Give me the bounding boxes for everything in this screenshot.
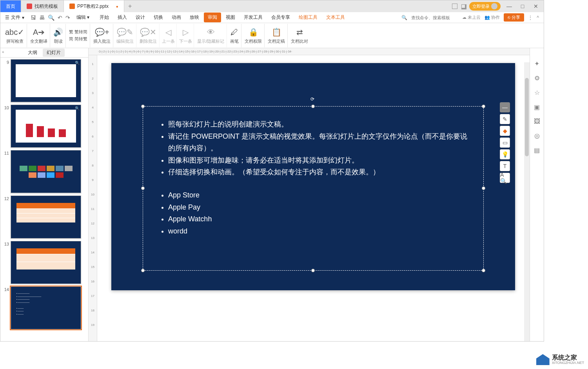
mtab-review[interactable]: 审阅 (204, 13, 221, 22)
redo-icon[interactable]: ↷ (65, 14, 70, 21)
selected-textbox[interactable]: ⟳ 照每张幻灯片上的说明创建演示文稿。 (143, 106, 484, 271)
mtab-draw-tools[interactable]: 绘图工具 (295, 13, 321, 22)
mtab-dev[interactable]: 开发工具 (240, 13, 267, 22)
collapse-ribbon-icon[interactable]: ^ (537, 15, 539, 20)
print-icon[interactable]: 🖶 (39, 14, 45, 21)
current-slide[interactable]: ⟳ 照每张幻灯片上的说明创建演示文稿。 (111, 63, 515, 290)
thumbnail-14[interactable]: • ——————• ————————————• ——————• ——————• … (11, 286, 81, 329)
collapse-pane-button[interactable]: « (2, 50, 4, 54)
mtab-design[interactable]: 设计 (132, 13, 149, 22)
thumbnail-11[interactable] (11, 150, 81, 193)
resize-handle[interactable] (482, 105, 485, 108)
more-icon[interactable]: ⋮ (528, 15, 533, 20)
rgrp-delete-comment[interactable]: 💬✕删除批注 (137, 24, 160, 47)
mtab-insert[interactable]: 插入 (114, 13, 131, 22)
rgrp-showhide[interactable]: 👁显示/隐藏标记 (195, 24, 227, 47)
edit-menu[interactable]: 编辑 ▾ (73, 14, 93, 21)
resize-handle[interactable] (482, 269, 485, 272)
horizontal-ruler: ·3·|·2·|·1·|·0·|·1·|·2·|·3·|·4·|·5·|·6·|… (89, 48, 530, 55)
slide-stage[interactable]: ⟳ 照每张幻灯片上的说明创建演示文稿。 (97, 55, 530, 341)
brush-icon: 🖊 (230, 27, 238, 38)
vertical-scrollbar[interactable] (524, 62, 530, 341)
mtab-text-tools[interactable]: 文本工具 (322, 13, 349, 22)
save-icon[interactable]: 🖫 (31, 14, 36, 21)
ft-search[interactable]: A🔍 (500, 173, 510, 183)
outline-tabs: 大纲 幻灯片 (0, 48, 88, 58)
speaker-icon: 🔊 (53, 27, 63, 38)
resize-handle[interactable] (141, 186, 145, 190)
bullet-item: 仔细选择切换和动画。（希望受众如何专注于内容，而不是效果。） (168, 166, 468, 178)
comment-edit-icon: 💬✎ (117, 27, 133, 38)
document-tabbar: 首页 找稻壳模板 PPT教程2.pptx ● + 立即登录 — □ ✕ (0, 0, 544, 12)
ft-collapse[interactable]: — (500, 102, 510, 112)
resize-handle[interactable] (141, 105, 145, 108)
thumbnail-list[interactable]: 9 🔍 10 🔍 11 12 13 14 • ——————• —————————… (0, 58, 88, 341)
rgrp-prev[interactable]: ◁上一条 (160, 24, 177, 47)
ft-idea[interactable]: 💡 (500, 149, 510, 159)
scroll-thumb[interactable] (525, 78, 529, 156)
rgrp-doc-perm[interactable]: 🔒文档权限 (242, 24, 265, 47)
thumbnail-12[interactable] (11, 195, 81, 239)
thumbnail-13[interactable] (11, 241, 81, 284)
tab-template[interactable]: 找稻壳模板 (21, 0, 64, 12)
resize-handle[interactable] (482, 186, 485, 190)
rgrp-next[interactable]: ▷下一条 (178, 24, 194, 47)
textbox-content[interactable]: 照每张幻灯片上的说明创建演示文稿。 请记住 POWERPOINT 是演示文稿的视… (143, 107, 483, 249)
rgrp-read[interactable]: 🔊朗读 (51, 24, 66, 47)
rgrp-doc-compare[interactable]: ⇄文档比对 (289, 24, 310, 47)
rgrp-doc-finalize[interactable]: 📋文档定稿 (265, 24, 288, 47)
tab-outline[interactable]: 大纲 (24, 49, 41, 57)
mtab-animation[interactable]: 动画 (168, 13, 185, 22)
tab-slides[interactable]: 幻灯片 (43, 49, 65, 57)
undo-icon[interactable]: ↶ (58, 14, 62, 21)
rotate-handle[interactable]: ⟳ (310, 96, 316, 102)
rs-diamond-icon[interactable]: ✦ (534, 60, 539, 67)
ppt-icon (69, 4, 75, 9)
rgrp-translate[interactable]: A➔全文翻译 (28, 24, 50, 47)
mtab-start[interactable]: 开始 (96, 13, 113, 22)
ft-fill[interactable]: ◆ (500, 126, 510, 136)
cloud-status[interactable]: ☁ 未上云 (462, 14, 481, 20)
new-tab-button[interactable]: + (124, 3, 136, 10)
ft-layout[interactable]: ▭ (500, 137, 510, 148)
file-menu[interactable]: ☰ 文件 ▾ (2, 14, 27, 21)
thumbnail-9[interactable]: 🔍 (11, 59, 81, 102)
rgrp-fanjian[interactable]: 繁 繁转简 简 简转繁 (67, 24, 90, 47)
resize-handle[interactable] (141, 269, 145, 272)
rgrp-brush[interactable]: 🖊画笔 (228, 24, 241, 47)
ft-pen[interactable]: ✎ (500, 114, 510, 124)
rgrp-spellcheck[interactable]: abc✓拼写检查 (3, 24, 27, 47)
quick-access: 🖫 🖶 🔍 ↶ ↷ (27, 14, 73, 21)
layout-icon[interactable] (452, 4, 457, 9)
resize-handle[interactable] (311, 105, 315, 108)
bullet-item: Apple Watchh (168, 213, 468, 225)
command-search[interactable] (411, 15, 458, 20)
resize-handle[interactable] (311, 269, 315, 272)
mtab-slideshow[interactable]: 放映 (186, 13, 203, 22)
rs-star-icon[interactable]: ☆ (534, 89, 540, 96)
share-button[interactable]: ⎋ 分享 (504, 13, 524, 22)
rs-settings-icon[interactable]: ⚙ (534, 74, 540, 82)
rgrp-edit-comment[interactable]: 💬✎编辑批注 (114, 24, 136, 47)
tab-home[interactable]: 首页 (0, 0, 21, 12)
mtab-transition[interactable]: 切换 (150, 13, 167, 22)
rs-image-icon[interactable]: 🖼 (534, 118, 540, 125)
login-button[interactable]: 立即登录 (469, 2, 501, 11)
close-button[interactable]: ✕ (531, 3, 541, 9)
mtab-vip[interactable]: 会员专享 (267, 13, 294, 22)
thumbnail-10[interactable]: 🔍 (11, 105, 81, 148)
preview-icon[interactable]: 🔍 (48, 14, 54, 21)
maximize-button[interactable]: □ (518, 3, 527, 9)
spellcheck-icon: abc✓ (5, 27, 24, 38)
rs-template-icon[interactable]: ▤ (534, 147, 540, 154)
mtab-view[interactable]: 视图 (222, 13, 239, 22)
rs-clip-icon[interactable]: ▣ (534, 103, 540, 111)
collab-button[interactable]: 👥 协作 (485, 14, 500, 20)
minimize-button[interactable]: — (505, 3, 514, 9)
apps-icon[interactable] (461, 4, 465, 8)
comment-add-icon: 💬+ (95, 27, 109, 38)
rgrp-insert-comment[interactable]: 💬+插入批注 (91, 24, 113, 47)
ft-text[interactable]: T (500, 161, 510, 171)
rs-effect-icon[interactable]: ◎ (534, 132, 540, 139)
tab-document[interactable]: PPT教程2.pptx ● (64, 0, 124, 12)
